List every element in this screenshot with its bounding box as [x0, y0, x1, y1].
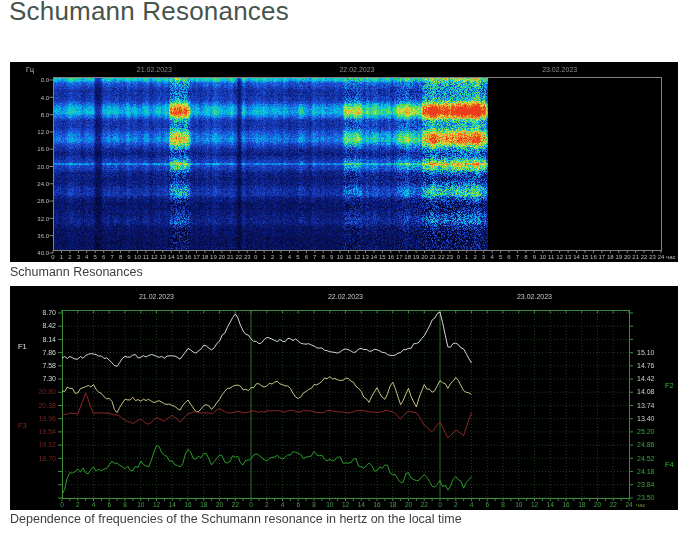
y-tick-label: 4.0: [41, 95, 50, 101]
y-axis-unit-label: Гц: [26, 66, 34, 74]
hour-tick-label: 12: [531, 501, 539, 508]
y-tick-label: 20.0: [37, 164, 49, 170]
hour-tick-label: 20: [594, 501, 602, 508]
date-label: 21.02.2023: [139, 293, 174, 300]
hour-tick-label: 9: [330, 254, 334, 260]
hour-tick-label: 22: [235, 254, 242, 260]
hour-tick-label: 20: [624, 254, 631, 260]
hour-tick-label: 0: [51, 254, 55, 260]
hour-tick-label: 5: [296, 254, 300, 260]
hour-tick-label: 8: [501, 501, 505, 508]
hour-tick-label: 2: [454, 501, 458, 508]
hour-tick-label: 12: [556, 254, 563, 260]
hour-tick-label: 2: [271, 254, 275, 260]
hour-tick-label: 9: [533, 254, 537, 260]
hour-tick-label: 18: [200, 501, 208, 508]
hour-tick-label: 3: [77, 254, 81, 260]
hour-tick-label: 4: [288, 254, 292, 260]
hour-tick-label: 19: [615, 254, 622, 260]
hour-tick-label: 5: [499, 254, 503, 260]
hour-tick-label: 16: [387, 254, 394, 260]
axis-value-label-F4: 24.52: [637, 455, 655, 462]
hour-tick-label: 14: [358, 501, 366, 508]
hour-tick-label: 0: [60, 501, 64, 508]
axis-value-label-F4: 25.20: [637, 428, 655, 435]
axis-value-label-F1: 7.30: [42, 375, 56, 382]
hour-tick-label: 13: [362, 254, 369, 260]
hour-tick-label: 3: [279, 254, 283, 260]
hour-tick-label: 23: [649, 254, 656, 260]
hour-tick-label: 19: [210, 254, 217, 260]
axis-value-label-F1: 7.58: [42, 362, 56, 369]
hour-tick-label: 1: [465, 254, 469, 260]
hour-tick-label: 11: [345, 254, 352, 260]
hour-tick-label: 6: [296, 501, 300, 508]
hour-tick-label: 6: [507, 254, 511, 260]
date-label: 23.02.2023: [517, 293, 552, 300]
spectrogram-panel: Гц21.02.202322.02.202323.02.20230.04.08.…: [10, 62, 678, 262]
hour-tick-label: 13: [565, 254, 572, 260]
hour-tick-label: 10: [326, 501, 334, 508]
y-tick-label: 36.0: [37, 233, 49, 239]
axis-value-label-F3: 20.38: [38, 402, 56, 409]
hour-tick-label: 4: [490, 254, 494, 260]
line-chart-plot-border: [63, 311, 630, 499]
series-name-F1: F1: [18, 342, 27, 351]
x-axis-unit-label: час: [666, 254, 675, 260]
x-axis-unit-label: час: [636, 502, 645, 508]
hour-tick-label: 8: [123, 501, 127, 508]
y-tick-label: 24.0: [37, 181, 49, 187]
hour-tick-label: 4: [92, 501, 96, 508]
hour-tick-label: 2: [474, 254, 478, 260]
hour-tick-label: 0: [457, 254, 461, 260]
hour-tick-label: 0: [438, 501, 442, 508]
hour-tick-label: 6: [485, 501, 489, 508]
axis-value-label-F3: 20.80: [38, 388, 56, 395]
hour-tick-label: 17: [396, 254, 403, 260]
hour-tick-label: 6: [102, 254, 106, 260]
hour-tick-label: 4: [470, 501, 474, 508]
hour-tick-label: 4: [85, 254, 89, 260]
hour-tick-label: 14: [547, 501, 555, 508]
hour-tick-label: 12: [342, 501, 350, 508]
axis-value-label-F3: 19.12: [38, 441, 56, 448]
hour-tick-label: 10: [134, 254, 141, 260]
hour-tick-label: 6: [305, 254, 309, 260]
axis-value-label-F4: 24.86: [637, 441, 655, 448]
hour-tick-label: 8: [119, 254, 123, 260]
axis-value-label-F4: 23.50: [637, 494, 655, 501]
hour-tick-label: 22: [641, 254, 648, 260]
hour-tick-label: 8: [312, 501, 316, 508]
hour-tick-label: 15: [176, 254, 183, 260]
hour-tick-label: 2: [76, 501, 80, 508]
hour-tick-label: 7: [313, 254, 317, 260]
axis-value-label-F3: 19.96: [38, 415, 56, 422]
hour-tick-label: 18: [389, 501, 397, 508]
hour-tick-label: 23: [244, 254, 251, 260]
axis-value-label-F2: 14.42: [637, 375, 655, 382]
hour-tick-label: 15: [379, 254, 386, 260]
line-chart-caption: Dependence of frequencies of the Schuman…: [10, 512, 462, 526]
hour-tick-label: 4: [281, 501, 285, 508]
line-chart-panel: 21.02.202322.02.202323.02.20230246810121…: [10, 286, 678, 510]
hour-tick-label: 16: [185, 254, 192, 260]
hour-tick-label: 14: [371, 254, 378, 260]
hour-tick-label: 12: [153, 501, 161, 508]
hour-tick-label: 21: [430, 254, 437, 260]
hour-tick-label: 21: [632, 254, 639, 260]
hour-tick-label: 22: [421, 501, 429, 508]
hour-tick-label: 14: [573, 254, 580, 260]
hour-tick-label: 22: [610, 501, 618, 508]
axis-value-label-F1: 8.70: [42, 309, 56, 316]
date-label: 21.02.2023: [137, 66, 172, 73]
hour-tick-label: 1: [262, 254, 266, 260]
page-title: Schumann Resonances: [9, 0, 289, 27]
hour-tick-label: 15: [582, 254, 589, 260]
date-label: 22.02.2023: [328, 293, 363, 300]
y-tick-label: 16.0: [37, 146, 49, 152]
axis-value-label-F4: 24.18: [637, 468, 655, 475]
hour-tick-label: 20: [216, 501, 224, 508]
hour-tick-label: 10: [515, 501, 523, 508]
hour-tick-label: 16: [373, 501, 381, 508]
hour-tick-label: 18: [404, 254, 411, 260]
